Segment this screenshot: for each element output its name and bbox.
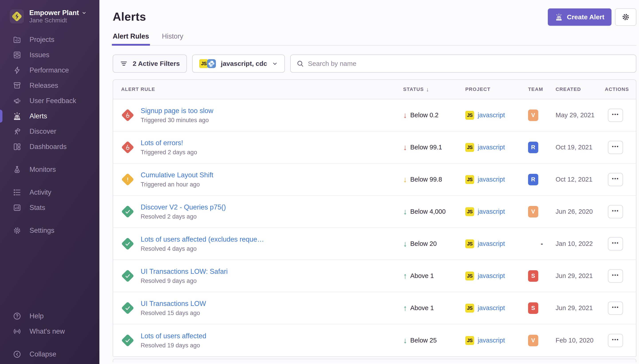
broadcast-icon	[13, 327, 22, 336]
created-date: Oct 19, 2021	[556, 144, 605, 151]
alert-rule-link[interactable]: UI Transactions LOW: Safari	[141, 267, 228, 276]
gear-icon	[621, 13, 630, 22]
sidebar-item-alerts[interactable]: Alerts	[0, 108, 99, 124]
sidebar-item-stats[interactable]: Stats	[0, 200, 99, 216]
project-link[interactable]: javascript	[478, 240, 505, 248]
row-actions-button[interactable]: •••	[608, 173, 623, 186]
sidebar-item-help[interactable]: Help	[0, 308, 99, 324]
sidebar-item-discover[interactable]: Discover	[0, 124, 99, 139]
sidebar-item-collapse[interactable]: Collapse	[0, 346, 99, 362]
sidebar-item-label: Monitors	[30, 166, 56, 174]
sort-arrow-icon: ↓	[426, 86, 429, 93]
org-switcher[interactable]: Empower Plant Jane Schmidt	[0, 9, 99, 24]
alert-rule-link[interactable]: Discover V2 - Queries p75()	[141, 203, 226, 212]
sidebar-item-issues[interactable]: Issues	[0, 48, 99, 63]
active-filters-button[interactable]: 2 Active Filters	[113, 54, 187, 73]
team-badge: V	[528, 206, 538, 218]
javascript-platform-icon: JS	[465, 240, 474, 248]
team-badge: -	[528, 238, 556, 250]
row-actions-button[interactable]: •••	[608, 108, 623, 122]
alert-rule-link[interactable]: Lots of users affected (excludes reque…	[141, 235, 264, 244]
tab-history[interactable]: History	[162, 32, 183, 45]
team-badge: S	[528, 302, 538, 314]
filter-bar: 2 Active Filters JS javascript, cdc	[113, 54, 636, 73]
alert-status-icon	[121, 109, 134, 122]
sidebar-item-user-feedback[interactable]: User Feedback	[0, 93, 99, 108]
project-link[interactable]: javascript	[478, 112, 505, 119]
javascript-platform-icon: JS	[465, 272, 474, 280]
status-value: Below 4,000	[410, 208, 446, 215]
row-actions-button[interactable]: •••	[608, 141, 623, 154]
issues-icon	[13, 50, 22, 60]
alert-status-icon	[121, 173, 134, 186]
trend-arrow-icon: ↓	[403, 336, 407, 344]
sidebar-item-label: Releases	[30, 82, 58, 90]
javascript-platform-icon: JS	[465, 143, 474, 152]
alert-rule-subtitle: Triggered 30 minutes ago	[141, 117, 213, 124]
sidebar-item-label: Stats	[30, 204, 45, 212]
column-header-project: Project	[465, 86, 528, 92]
sidebar-item-performance[interactable]: Performance	[0, 63, 99, 78]
performance-icon	[13, 66, 22, 75]
created-date: May 29, 2021	[556, 112, 605, 119]
row-actions-button[interactable]: •••	[608, 302, 623, 315]
trend-arrow-icon: ↓	[403, 144, 407, 152]
org-avatar	[10, 9, 24, 24]
row-actions-button[interactable]: •••	[608, 237, 623, 250]
project-link[interactable]: javascript	[478, 272, 505, 280]
table-row: UI Transactions LOW: Safari Resolved 9 d…	[113, 260, 636, 292]
alert-status-icon	[121, 141, 134, 154]
dashboards-icon	[13, 142, 22, 151]
table-row: Lots of users affected Resolved 19 days …	[113, 324, 636, 356]
sidebar-item-what-s-new[interactable]: What's new	[0, 324, 99, 339]
sidebar-item-label: Alerts	[30, 112, 47, 120]
column-header-status[interactable]: Status ↓	[403, 86, 465, 93]
sidebar-item-projects[interactable]: Projects	[0, 32, 99, 48]
sidebar: Empower Plant Jane Schmidt ProjectsIssue…	[0, 0, 99, 364]
created-date: Oct 12, 2021	[556, 176, 605, 183]
status-value: Below 20	[410, 240, 437, 248]
sidebar-item-settings[interactable]: Settings	[0, 223, 99, 238]
project-link[interactable]: javascript	[478, 144, 505, 151]
tab-alert-rules[interactable]: Alert Rules	[113, 32, 149, 45]
alert-rule-subtitle: Resolved 19 days ago	[141, 342, 206, 349]
chevron-down-icon	[272, 61, 278, 66]
alert-settings-button[interactable]	[615, 8, 636, 26]
pagination-bar-clipped	[113, 359, 636, 362]
sidebar-item-releases[interactable]: Releases	[0, 78, 99, 93]
status-value: Below 0.2	[410, 112, 438, 119]
sidebar-item-label: Projects	[30, 36, 54, 44]
alert-rule-link[interactable]: Lots of users affected	[141, 332, 206, 340]
alert-rule-link[interactable]: UI Transactions LOW	[141, 300, 206, 308]
create-alert-button[interactable]: Create Alert	[548, 8, 611, 26]
alert-rule-link[interactable]: Cumulative Layout Shift	[141, 171, 213, 180]
created-date: Feb 10, 2020	[556, 337, 605, 344]
row-actions-button[interactable]: •••	[608, 269, 623, 283]
search-input[interactable]	[308, 60, 630, 68]
table-row: Cumulative Layout Shift Triggered an hou…	[113, 164, 636, 196]
project-link[interactable]: javascript	[478, 304, 505, 312]
sidebar-item-monitors[interactable]: Monitors	[0, 162, 99, 177]
status-value: Below 25	[410, 337, 437, 344]
sidebar-item-label: Help	[30, 312, 44, 320]
project-filter-dropdown[interactable]: JS javascript, cdc	[192, 54, 285, 73]
project-link[interactable]: javascript	[478, 176, 505, 183]
sidebar-item-label: Dashboards	[30, 143, 67, 151]
javascript-platform-icon: JS	[199, 59, 208, 68]
row-actions-button[interactable]: •••	[608, 205, 623, 218]
sidebar-item-label: Collapse	[30, 350, 56, 358]
row-actions-button[interactable]: •••	[608, 334, 623, 347]
project-link[interactable]: javascript	[478, 208, 505, 215]
javascript-platform-icon: JS	[465, 111, 474, 120]
alert-rule-link[interactable]: Lots of errors!	[141, 139, 197, 148]
sidebar-item-dashboards[interactable]: Dashboards	[0, 139, 99, 154]
alert-rule-link[interactable]: Signup page is too slow	[141, 107, 213, 115]
team-badge: S	[528, 270, 538, 282]
sidebar-item-activity[interactable]: Activity	[0, 185, 99, 200]
sidebar-nav: ProjectsIssuesPerformanceReleasesUser Fe…	[0, 32, 99, 238]
table-row: UI Transactions LOW Resolved 15 days ago…	[113, 292, 636, 324]
javascript-platform-icon: JS	[465, 207, 474, 216]
page-title: Alerts	[113, 8, 146, 25]
project-link[interactable]: javascript	[478, 337, 505, 344]
stats-icon	[13, 203, 22, 212]
